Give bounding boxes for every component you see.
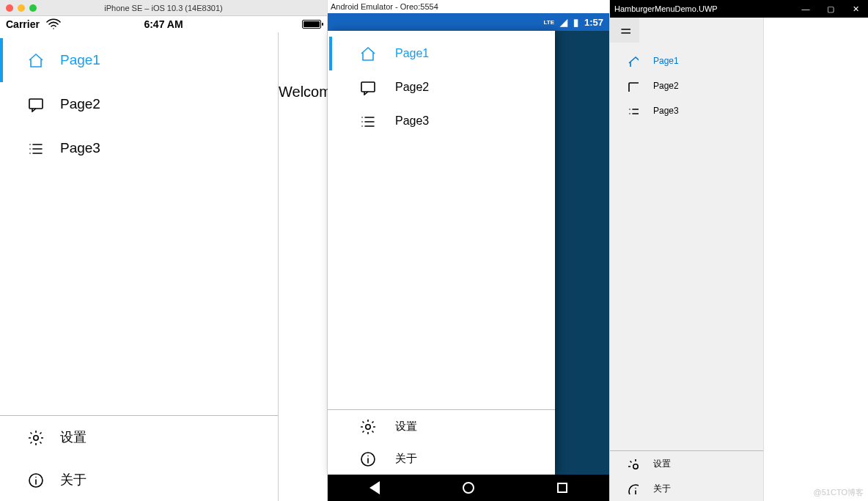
status-time: 6:47 AM xyxy=(0,18,327,30)
nav-home-button[interactable] xyxy=(463,482,474,494)
menu-item-about[interactable]: 关于 xyxy=(0,458,278,501)
android-options-list: 设置 关于 xyxy=(328,409,555,475)
status-time: 1:57 xyxy=(584,17,603,28)
ios-drawer: Page1 Page2 Page3 xyxy=(0,32,279,501)
list-icon xyxy=(26,139,44,157)
hamburger-button[interactable] xyxy=(610,18,639,43)
menu-item-label: 设置 xyxy=(653,458,671,470)
uwp-menu-list: Page1 Page2 Page3 xyxy=(610,43,763,450)
menu-item-label: Page2 xyxy=(60,96,100,112)
uwp-content-area xyxy=(764,18,868,501)
menu-item-page2[interactable]: Page2 xyxy=(0,82,278,126)
chat-icon xyxy=(26,95,44,113)
info-icon xyxy=(358,450,376,467)
signal-icon: ◢ xyxy=(560,17,567,28)
ios-status-bar: Carrier 6:47 AM xyxy=(0,16,327,32)
android-nav-bar xyxy=(328,475,609,501)
menu-item-label: 设置 xyxy=(60,428,87,446)
nav-back-button[interactable] xyxy=(369,481,380,494)
menu-item-label: 关于 xyxy=(60,471,87,489)
minimize-button[interactable]: — xyxy=(793,0,818,18)
menu-item-label: 关于 xyxy=(653,483,671,495)
mac-titlebar: iPhone SE – iOS 10.3 (14E8301) xyxy=(0,0,327,16)
menu-item-page2[interactable]: Page2 xyxy=(610,73,763,98)
uwp-nav-pane: Page1 Page2 Page3 xyxy=(610,18,764,501)
menu-item-settings[interactable]: 设置 xyxy=(0,416,278,458)
home-icon xyxy=(26,51,44,69)
menu-item-label: Page1 xyxy=(395,47,429,60)
ios-simulator-window: iPhone SE – iOS 10.3 (14E8301) Carrier 6… xyxy=(0,0,328,501)
gear-icon xyxy=(624,455,641,472)
nav-recent-button[interactable] xyxy=(557,483,567,493)
menu-item-page3[interactable]: Page3 xyxy=(610,98,763,123)
menu-item-page3[interactable]: Page3 xyxy=(328,104,555,138)
ios-options-list: 设置 关于 xyxy=(0,415,278,501)
uwp-options-list: 设置 关于 xyxy=(610,450,763,501)
menu-item-label: Page2 xyxy=(653,81,679,91)
menu-item-page1[interactable]: Page1 xyxy=(328,37,555,70)
menu-item-about[interactable]: 关于 xyxy=(610,476,763,501)
menu-item-settings[interactable]: 设置 xyxy=(610,451,763,476)
menu-item-label: Page3 xyxy=(653,106,679,116)
menu-item-page2[interactable]: Page2 xyxy=(328,70,555,104)
menu-item-label: Page3 xyxy=(395,114,429,128)
menu-item-label: Page1 xyxy=(60,52,100,68)
android-drawer: Page1 Page2 Page3 xyxy=(328,31,555,475)
uwp-window-title: HamburgerMenuDemo.UWP xyxy=(614,4,718,13)
list-icon xyxy=(624,102,641,120)
watermark: @51CTO博客 xyxy=(814,487,864,498)
gear-icon xyxy=(358,417,376,435)
uwp-titlebar: HamburgerMenuDemo.UWP — ▢ ✕ xyxy=(610,0,868,18)
android-window-title: Android Emulator - Oreo:5554 xyxy=(328,0,609,13)
status-lte: LTE xyxy=(543,19,554,26)
android-status-bar: LTE ◢ ▮ 1:57 xyxy=(328,13,609,31)
menu-item-about[interactable]: 关于 xyxy=(328,442,555,475)
battery-icon: ▮ xyxy=(573,17,578,28)
info-icon xyxy=(624,480,641,497)
maximize-button[interactable]: ▢ xyxy=(818,0,843,18)
android-emulator-window: Android Emulator - Oreo:5554 LTE ◢ ▮ 1:5… xyxy=(328,0,610,501)
list-icon xyxy=(358,112,376,130)
chat-icon xyxy=(624,77,641,95)
menu-item-page1[interactable]: Page1 xyxy=(0,38,278,82)
ios-menu-list: Page1 Page2 Page3 xyxy=(0,32,278,415)
close-button[interactable]: ✕ xyxy=(843,0,868,18)
menu-item-page3[interactable]: Page3 xyxy=(0,126,278,170)
menu-item-settings[interactable]: 设置 xyxy=(328,410,555,442)
menu-item-label: Page1 xyxy=(653,56,679,66)
chat-icon xyxy=(358,78,376,96)
mac-window-title: iPhone SE – iOS 10.3 (14E8301) xyxy=(0,4,327,12)
home-icon xyxy=(624,52,641,70)
menu-item-label: 关于 xyxy=(395,452,417,466)
menu-item-label: Page2 xyxy=(395,81,429,94)
menu-item-label: 设置 xyxy=(395,420,417,434)
battery-icon xyxy=(302,20,321,29)
home-icon xyxy=(358,45,376,62)
menu-item-label: Page3 xyxy=(60,140,100,156)
gear-icon xyxy=(26,428,44,446)
uwp-window: HamburgerMenuDemo.UWP — ▢ ✕ Page1 xyxy=(610,0,868,501)
menu-item-page1[interactable]: Page1 xyxy=(610,48,763,73)
menu-icon xyxy=(616,21,633,39)
info-icon xyxy=(26,471,44,489)
android-menu-list: Page1 Page2 Page3 xyxy=(328,31,555,409)
